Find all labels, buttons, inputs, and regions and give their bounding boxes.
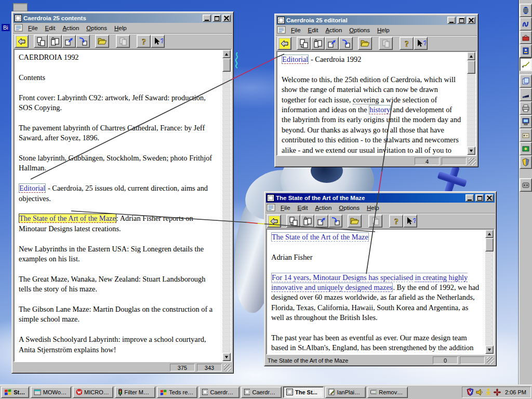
menu-action[interactable]: Action xyxy=(59,24,83,32)
id-card-icon[interactable] xyxy=(520,44,532,58)
menu-options[interactable]: Options xyxy=(335,204,363,212)
titlebar[interactable]: Caerdroia 25 contents xyxy=(14,14,232,23)
menu-action[interactable]: Action xyxy=(322,26,345,34)
cash-icon[interactable] xyxy=(520,142,532,155)
menu-file[interactable]: File xyxy=(287,26,304,34)
resize-grip[interactable] xyxy=(469,158,476,165)
paste-reference-button[interactable] xyxy=(311,37,325,50)
return-from-link-button[interactable] xyxy=(76,35,90,48)
taskbar-button-teds[interactable]: Teds ren... xyxy=(157,387,197,398)
desktop-icon-label[interactable]: Bi xyxy=(2,24,10,31)
exit-button[interactable] xyxy=(267,215,281,228)
copy-button[interactable] xyxy=(379,37,393,50)
scroll-down-button[interactable] xyxy=(485,345,494,354)
paste-reference-button[interactable] xyxy=(300,215,314,228)
note-link-covering[interactable]: covering xyxy=(353,96,379,104)
link-state-of-the-art-highlighted[interactable]: The State of the Art of the Maze xyxy=(19,214,116,223)
maximize-button[interactable] xyxy=(475,194,484,202)
duplicate-document-button[interactable] xyxy=(34,35,48,48)
vertical-scrollbar[interactable] xyxy=(222,50,231,361)
taskbar-button-moworks[interactable]: MOWorks xyxy=(31,387,71,398)
minimize-button[interactable] xyxy=(203,15,211,22)
cable-icon[interactable] xyxy=(520,58,532,71)
exit-button[interactable] xyxy=(277,37,291,50)
follow-link-button[interactable] xyxy=(62,35,76,48)
scroll-down-button[interactable] xyxy=(467,147,475,155)
monitor-icon[interactable] xyxy=(520,115,532,128)
scroll-down-button[interactable] xyxy=(222,353,231,361)
link-editorial[interactable]: Editorial xyxy=(19,183,46,193)
return-from-link-button[interactable] xyxy=(328,215,342,228)
help-button[interactable]: ? xyxy=(400,37,414,50)
handset-icon[interactable] xyxy=(520,88,532,101)
link-history[interactable]: history xyxy=(369,105,391,114)
context-help-button[interactable]: ? xyxy=(414,37,428,50)
menu-help[interactable]: Help xyxy=(363,204,383,212)
duplicate-document-button[interactable] xyxy=(286,215,300,228)
partially-hidden-desktop-icon[interactable] xyxy=(13,3,28,11)
link-editorial[interactable]: Editorial xyxy=(282,55,309,64)
document-text-area[interactable]: CAERDROIA 1992 Contents Front cover: Lab… xyxy=(15,50,222,361)
close-button[interactable] xyxy=(485,194,494,202)
taskbar-button-caerdroia-1[interactable]: Caerdroia... xyxy=(199,387,240,398)
menu-edit[interactable]: Edit xyxy=(42,24,59,32)
menu-options[interactable]: Options xyxy=(83,24,111,32)
menu-file[interactable]: File xyxy=(277,204,294,212)
scroll-up-button[interactable] xyxy=(485,230,494,238)
follow-link-button[interactable] xyxy=(325,37,339,50)
menu-edit[interactable]: Edit xyxy=(294,204,312,212)
document-menu-icon[interactable] xyxy=(277,26,287,34)
document-menu-icon[interactable] xyxy=(14,24,24,32)
star-flower-icon[interactable] xyxy=(494,389,501,396)
copy-button[interactable] xyxy=(368,215,382,228)
taskbar-button-ianplain[interactable]: IanPlain.... xyxy=(325,387,366,398)
open-folder-button[interactable] xyxy=(348,215,362,228)
copy-button[interactable] xyxy=(116,35,130,48)
taskbar-button-filter-manager[interactable]: Filter Man... xyxy=(115,387,155,398)
documents-icon[interactable] xyxy=(520,74,532,88)
context-help-button[interactable]: ? xyxy=(151,35,165,48)
close-button[interactable] xyxy=(222,15,231,22)
open-folder-button[interactable] xyxy=(95,35,109,48)
minimize-button[interactable] xyxy=(447,17,456,24)
help-button[interactable]: ? xyxy=(137,35,151,48)
antivirus-shield-icon[interactable] xyxy=(467,388,474,396)
scroll-up-button[interactable] xyxy=(222,50,231,58)
follow-link-button[interactable] xyxy=(314,215,328,228)
vertical-scrollbar[interactable] xyxy=(485,230,494,354)
titlebar[interactable]: Caerdroia 25 editorial xyxy=(276,16,476,25)
vertical-scrollbar[interactable] xyxy=(467,52,475,155)
menu-file[interactable]: File xyxy=(24,24,42,32)
menu-edit[interactable]: Edit xyxy=(304,26,322,34)
context-help-button[interactable]: ? xyxy=(403,215,417,228)
start-button[interactable]: Start xyxy=(1,387,29,398)
return-from-link-button[interactable] xyxy=(339,37,353,50)
coil-icon[interactable] xyxy=(520,17,532,31)
menu-action[interactable]: Action xyxy=(311,204,335,212)
scroll-up-button[interactable] xyxy=(467,52,475,60)
taskbar-button-the-state[interactable]: The St... xyxy=(283,387,324,398)
scroll-thumb[interactable] xyxy=(222,58,231,72)
resize-grip[interactable] xyxy=(487,357,494,364)
document-text-area[interactable]: The State of the Art of the Maze Adrian … xyxy=(267,230,485,354)
close-button[interactable] xyxy=(467,17,475,24)
titlebar[interactable]: The State of the Art of the Maze xyxy=(266,193,495,203)
exit-button[interactable] xyxy=(15,35,29,48)
scroll-thumb[interactable] xyxy=(485,238,494,251)
shield-icon[interactable] xyxy=(520,155,532,169)
taskbar-button-microc[interactable]: MICROC... xyxy=(73,387,113,398)
scanner-icon[interactable] xyxy=(520,128,532,142)
recorder-icon[interactable] xyxy=(520,178,532,192)
maximize-button[interactable] xyxy=(212,15,221,22)
link-state-title[interactable]: The State of the Art of the Maze xyxy=(271,232,369,242)
taskbar-button-removable[interactable]: Removab... xyxy=(367,387,408,398)
toolbox-icon[interactable] xyxy=(520,31,532,44)
open-folder-button[interactable] xyxy=(358,37,372,50)
walking-person-icon[interactable] xyxy=(485,388,491,396)
menu-help[interactable]: Help xyxy=(111,24,130,32)
maximize-button[interactable] xyxy=(457,17,466,24)
taskbar-clock[interactable]: 2:06 PM xyxy=(503,389,526,395)
minimize-button[interactable] xyxy=(466,194,474,202)
help-button[interactable]: ? xyxy=(389,215,403,228)
document-text-area[interactable]: Editorial - Caerdroia 1992 Welcome to th… xyxy=(277,52,467,155)
